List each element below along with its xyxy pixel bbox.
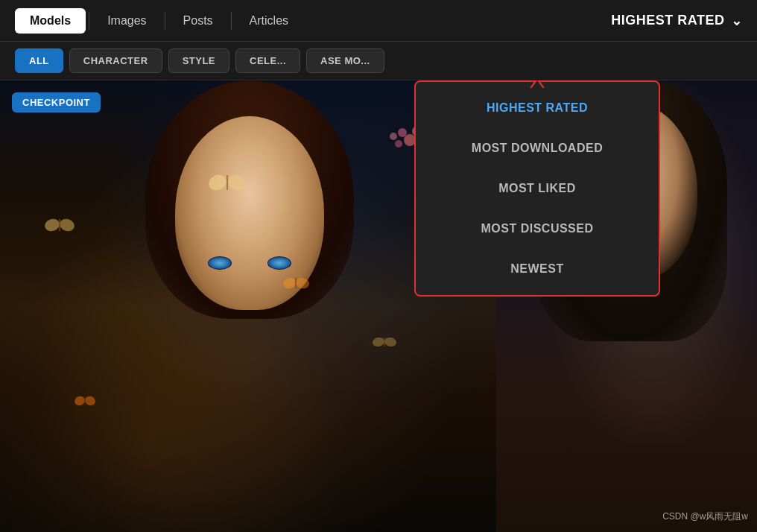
nav-divider bbox=[231, 12, 232, 30]
sort-option-newest[interactable]: NEWEST bbox=[416, 249, 659, 289]
butterfly-icon-5 bbox=[373, 334, 396, 350]
nav-tab-posts[interactable]: Posts bbox=[168, 8, 228, 34]
svg-point-18 bbox=[395, 140, 402, 148]
checkpoint-badge: CHECKPOINT bbox=[12, 92, 101, 113]
dropdown-arrow-inner bbox=[531, 80, 543, 89]
butterfly-icon-4 bbox=[75, 393, 95, 408]
svg-point-13 bbox=[384, 337, 396, 348]
filter-chip-all[interactable]: ALL bbox=[15, 48, 63, 73]
filter-chip-celeb[interactable]: CELE... bbox=[235, 48, 300, 73]
nav-tab-images[interactable]: Images bbox=[92, 8, 161, 34]
filter-row: ALL CHARACTER STYLE CELE... ASE MO... bbox=[0, 42, 757, 80]
svg-point-10 bbox=[83, 395, 95, 407]
sort-option-most-downloaded[interactable]: MOST DOWNLOADED bbox=[416, 128, 659, 168]
sort-option-highest-rated[interactable]: HIGHEST RATED bbox=[416, 88, 659, 128]
filter-chip-base-model[interactable]: ASE MO... bbox=[306, 48, 384, 73]
svg-point-1 bbox=[58, 217, 75, 233]
portrait-eyes bbox=[190, 252, 309, 274]
svg-point-16 bbox=[398, 128, 407, 137]
svg-point-9 bbox=[75, 395, 86, 407]
content-area: CHECKPOINT CSDN @w风雨无阻w HIGHEST RATED MO… bbox=[0, 80, 757, 532]
svg-point-4 bbox=[226, 172, 246, 193]
svg-point-3 bbox=[209, 172, 229, 193]
filter-chip-style[interactable]: STYLE bbox=[168, 48, 229, 73]
butterfly-icon-3 bbox=[283, 274, 309, 292]
top-nav: Models Images Posts Articles HIGHEST RAT… bbox=[0, 0, 757, 42]
sort-dropdown: HIGHEST RATED MOST DOWNLOADED MOST LIKED… bbox=[414, 80, 660, 297]
svg-point-7 bbox=[294, 276, 309, 290]
butterfly-icon-2 bbox=[209, 170, 246, 195]
svg-point-0 bbox=[45, 217, 61, 233]
nav-tab-articles[interactable]: Articles bbox=[235, 8, 303, 34]
svg-point-12 bbox=[373, 337, 385, 348]
sort-option-most-discussed[interactable]: MOST DISCUSSED bbox=[416, 209, 659, 249]
filter-chip-character[interactable]: CHARACTER bbox=[69, 48, 162, 73]
portrait-eye-right bbox=[267, 256, 291, 270]
butterfly-icon bbox=[45, 215, 75, 235]
portrait-eye-left bbox=[208, 256, 232, 270]
chevron-down-icon: ⌄ bbox=[731, 13, 743, 29]
nav-divider bbox=[89, 12, 89, 30]
svg-point-20 bbox=[390, 133, 397, 140]
nav-tab-models[interactable]: Models bbox=[15, 8, 86, 34]
sort-label: HIGHEST RATED bbox=[611, 13, 724, 28]
sort-option-most-liked[interactable]: MOST LIKED bbox=[416, 168, 659, 209]
watermark: CSDN @w风雨无阻w bbox=[662, 510, 748, 523]
nav-divider bbox=[165, 12, 165, 30]
sort-dropdown-button[interactable]: HIGHEST RATED ⌄ bbox=[611, 13, 742, 29]
